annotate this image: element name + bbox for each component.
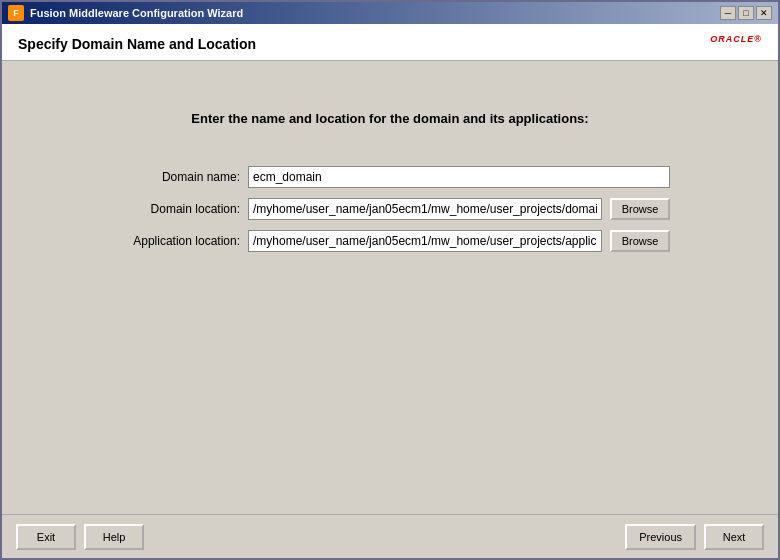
close-button[interactable]: ✕ (756, 6, 772, 20)
title-bar-left: F Fusion Middleware Configuration Wizard (8, 5, 243, 21)
domain-location-row: Domain location: Browse (110, 198, 670, 220)
instruction-text: Enter the name and location for the doma… (191, 111, 588, 126)
application-location-browse-button[interactable]: Browse (610, 230, 670, 252)
window-controls: ─ □ ✕ (720, 6, 772, 20)
page-title: Specify Domain Name and Location (18, 34, 256, 52)
application-location-input[interactable] (248, 230, 602, 252)
footer: Exit Help Previous Next (2, 514, 778, 558)
main-panel: Enter the name and location for the doma… (2, 61, 778, 514)
page-header: Specify Domain Name and Location ORACLE® (2, 24, 778, 61)
domain-name-input[interactable] (248, 166, 670, 188)
application-location-label: Application location: (110, 234, 240, 248)
domain-location-browse-button[interactable]: Browse (610, 198, 670, 220)
help-button[interactable]: Help (84, 524, 144, 550)
app-icon: F (8, 5, 24, 21)
next-button[interactable]: Next (704, 524, 764, 550)
restore-button[interactable]: □ (738, 6, 754, 20)
oracle-logo: ORACLE® (710, 34, 762, 52)
content-area: Specify Domain Name and Location ORACLE®… (2, 24, 778, 558)
exit-button[interactable]: Exit (16, 524, 76, 550)
title-bar: F Fusion Middleware Configuration Wizard… (2, 2, 778, 24)
domain-location-label: Domain location: (110, 202, 240, 216)
footer-left-buttons: Exit Help (16, 524, 144, 550)
inner-panel: Enter the name and location for the doma… (50, 81, 730, 252)
window-title: Fusion Middleware Configuration Wizard (30, 7, 243, 19)
footer-right-buttons: Previous Next (625, 524, 764, 550)
previous-button[interactable]: Previous (625, 524, 696, 550)
minimize-button[interactable]: ─ (720, 6, 736, 20)
application-location-row: Application location: Browse (110, 230, 670, 252)
domain-location-input[interactable] (248, 198, 602, 220)
form-area: Domain name: Domain location: Browse App… (50, 166, 730, 252)
wizard-window: F Fusion Middleware Configuration Wizard… (0, 0, 780, 560)
domain-name-row: Domain name: (110, 166, 670, 188)
domain-name-label: Domain name: (110, 170, 240, 184)
